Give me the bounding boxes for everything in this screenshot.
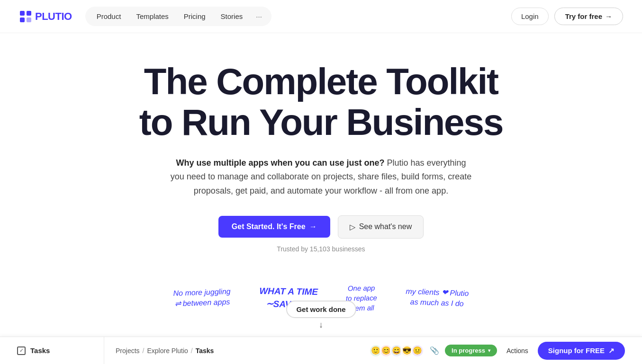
see-whats-new-button[interactable]: ▷ See what's new [338,215,424,239]
status-chevron-icon: ▾ [488,348,490,353]
try-free-label: Try for free [565,12,602,20]
signup-button[interactable]: Signup for FREE ↗ [538,342,625,360]
status-label: In progress [452,347,485,354]
handwritten-item-4: my clients ❤ Plutioas much as I do [406,286,470,309]
bottom-main: Projects / Explore Plutio / Tasks [104,347,362,355]
hero-section: The Complete Toolkit to Run Your Busines… [0,33,642,262]
see-new-label: See what's new [359,222,412,231]
logo[interactable]: PLUTIO [19,10,72,23]
actions-button[interactable]: Actions [503,347,532,355]
get-started-arrow: → [309,222,317,231]
tasks-checkbox[interactable]: ✓ [17,346,26,355]
hero-ctas: Get Started. It's Free → ▷ See what's ne… [218,215,424,239]
avatar-5: 😐 [411,344,424,357]
tasks-label: Tasks [30,346,50,355]
logo-text: PLUTIO [35,10,72,23]
hw-text-4: my clients ❤ Plutioas much as I do [406,287,469,308]
breadcrumb-explore[interactable]: Explore Plutio [147,347,188,355]
trust-text: Trusted by 15,103 businesses [277,245,365,253]
breadcrumb-tasks[interactable]: Tasks [196,347,214,355]
hero-subtitle: Why use multiple apps when you can use j… [170,156,473,198]
login-button[interactable]: Login [511,8,549,25]
signup-label: Signup for FREE [548,346,605,355]
nav-more[interactable]: ··· [251,9,267,23]
breadcrumb-projects[interactable]: Projects [116,347,140,355]
svg-rect-2 [20,18,25,22]
hw-text-1: No more juggling⇌ between apps [173,287,230,308]
handwritten-item-1: No more juggling⇌ between apps [173,286,231,310]
avatars: 🙂 😊 😄 😎 😐 [369,344,424,357]
svg-rect-1 [27,11,31,16]
bottom-right: 🙂 😊 😄 😎 😐 📎 In progress ▾ Actions Signup… [362,342,633,360]
hero-title-line1: The Complete Toolkit [144,61,498,102]
play-icon: ▷ [350,222,355,231]
nav-pricing[interactable]: Pricing [177,9,212,23]
bottom-bar: ✓ Tasks Projects / Explore Plutio / Task… [0,337,642,364]
signup-arrow: ↗ [608,346,615,355]
get-work-arrow: ↓ [319,320,323,330]
get-started-button[interactable]: Get Started. It's Free → [218,216,330,238]
hero-subtitle-bold: Why use multiple apps when you can use j… [176,158,384,168]
try-free-arrow: → [605,12,612,20]
get-work-text: Get work done [286,301,356,318]
status-badge[interactable]: In progress ▾ [445,345,497,356]
svg-rect-3 [27,18,31,22]
tasks-sidebar: ✓ Tasks [9,337,104,364]
hero-title: The Complete Toolkit to Run Your Busines… [139,62,503,143]
get-work-done-badge: Get work done ↓ [286,301,356,330]
attachment-icon[interactable]: 📎 [430,346,439,355]
nav-links: Product Templates Pricing Stories ··· [85,7,271,26]
try-free-button[interactable]: Try for free → [554,8,623,25]
get-started-label: Get Started. It's Free [232,222,306,231]
nav-product[interactable]: Product [90,9,128,23]
nav-left: PLUTIO Product Templates Pricing Stories… [19,7,271,26]
nav-right: Login Try for free → [511,8,623,25]
navbar: PLUTIO Product Templates Pricing Stories… [0,0,642,33]
svg-rect-0 [20,11,25,16]
nav-templates[interactable]: Templates [129,9,175,23]
nav-stories[interactable]: Stories [214,9,250,23]
hero-title-line2: to Run Your Business [139,101,503,143]
breadcrumb: Projects / Explore Plutio / Tasks [116,347,214,355]
